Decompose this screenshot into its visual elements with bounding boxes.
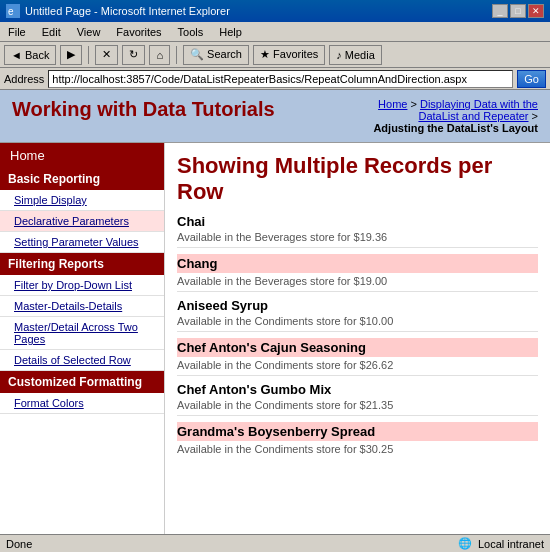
title-bar: e Untitled Page - Microsoft Internet Exp… [0,0,550,22]
breadcrumb-sep-2: > [529,110,538,122]
page-header: Working with Data Tutorials Home > Displ… [0,90,550,143]
breadcrumb-current: Adjusting the DataList's Layout [373,122,538,134]
sidebar-item-setting-params[interactable]: Setting Parameter Values [0,232,164,253]
window-title: Untitled Page - Microsoft Internet Explo… [25,5,230,17]
product-desc: Available in the Beverages store for $19… [177,231,538,243]
breadcrumb-link-1[interactable]: Displaying Data with the DataList and Re… [418,98,538,122]
menu-tools[interactable]: Tools [174,25,208,39]
page-title: Working with Data Tutorials [12,98,275,121]
sidebar-item-simple-display[interactable]: Simple Display [0,190,164,211]
browser-toolbar: ◄ Back ▶ ✕ ↻ ⌂ 🔍 Search ★ Favorites ♪ Me… [0,42,550,68]
product-separator [177,415,538,416]
product-name: Chef Anton's Gumbo Mix [177,382,538,397]
address-input[interactable] [48,70,513,88]
browser-content: Working with Data Tutorials Home > Displ… [0,90,550,534]
products-list: ChaiAvailable in the Beverages store for… [177,214,538,455]
stop-button[interactable]: ✕ [95,45,118,65]
sidebar-section-formatting[interactable]: Customized Formatting [0,371,164,393]
breadcrumb-home[interactable]: Home [378,98,407,110]
sidebar-item-format-colors[interactable]: Format Colors [0,393,164,414]
product-name: Aniseed Syrup [177,298,538,313]
main-content: Showing Multiple Records per Row ChaiAva… [165,143,550,534]
sidebar: Home Basic Reporting Simple Display Decl… [0,143,165,534]
sidebar-item-master-detail-pages[interactable]: Master/Detail Across Two Pages [0,317,164,350]
sidebar-item-details-selected[interactable]: Details of Selected Row [0,350,164,371]
product-desc: Available in the Condiments store for $2… [177,399,538,411]
menu-file[interactable]: File [4,25,30,39]
close-button[interactable]: ✕ [528,4,544,18]
forward-button[interactable]: ▶ [60,45,82,65]
favorites-button[interactable]: ★ Favorites [253,45,325,65]
back-button[interactable]: ◄ Back [4,45,56,65]
product-desc: Available in the Condiments store for $3… [177,443,538,455]
status-zone: Local intranet [478,538,544,550]
go-button[interactable]: Go [517,70,546,88]
status-left: Done [6,538,32,550]
menu-help[interactable]: Help [215,25,246,39]
breadcrumb-sep-1: > [407,98,420,110]
address-label: Address [4,73,44,85]
menu-favorites[interactable]: Favorites [112,25,165,39]
sidebar-section-basic[interactable]: Basic Reporting [0,168,164,190]
breadcrumb: Home > Displaying Data with the DataList… [338,98,538,134]
window-controls[interactable]: _ □ ✕ [492,4,544,18]
product-desc: Available in the Condiments store for $1… [177,315,538,327]
menu-edit[interactable]: Edit [38,25,65,39]
product-separator [177,291,538,292]
product-name: Chang [177,254,538,273]
product-desc: Available in the Condiments store for $2… [177,359,538,371]
toolbar-separator [88,46,89,64]
menu-bar: File Edit View Favorites Tools Help [0,22,550,42]
product-separator [177,247,538,248]
media-button[interactable]: ♪ Media [329,45,382,65]
search-button[interactable]: 🔍 Search [183,45,249,65]
sidebar-section-filtering[interactable]: Filtering Reports [0,253,164,275]
product-desc: Available in the Beverages store for $19… [177,275,538,287]
sidebar-item-filter-dropdown[interactable]: Filter by Drop-Down List [0,275,164,296]
home-button[interactable]: ⌂ [149,45,170,65]
product-separator [177,375,538,376]
svg-text:e: e [8,6,14,17]
status-bar: Done 🌐 Local intranet [0,534,550,552]
product-separator [177,331,538,332]
app-icon: e [6,4,20,18]
page-body: Home Basic Reporting Simple Display Decl… [0,143,550,534]
maximize-button[interactable]: □ [510,4,526,18]
refresh-button[interactable]: ↻ [122,45,145,65]
minimize-button[interactable]: _ [492,4,508,18]
sidebar-item-declarative-params[interactable]: Declarative Parameters [0,211,164,232]
product-name: Chai [177,214,538,229]
content-title: Showing Multiple Records per Row [177,153,538,206]
status-right: 🌐 Local intranet [458,537,544,550]
product-name: Chef Anton's Cajun Seasoning [177,338,538,357]
sidebar-item-master-details[interactable]: Master-Details-Details [0,296,164,317]
product-name: Grandma's Boysenberry Spread [177,422,538,441]
menu-view[interactable]: View [73,25,105,39]
toolbar-separator-2 [176,46,177,64]
address-bar: Address Go [0,68,550,90]
sidebar-home[interactable]: Home [0,143,164,168]
